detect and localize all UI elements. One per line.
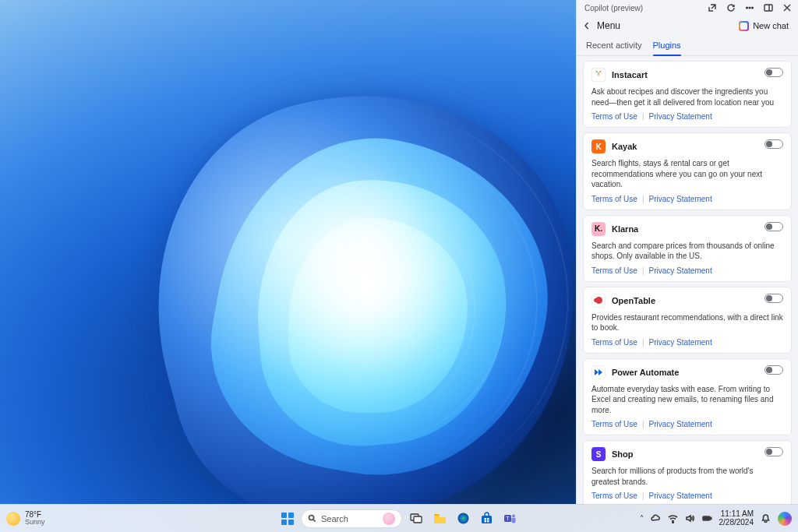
taskbar-clock[interactable]: 11:11 AM 2/28/2024 [719,510,754,527]
terms-link[interactable]: Terms of Use [591,338,637,347]
plugin-card-instacart: Instacart Ask about recipes and discover… [583,61,792,128]
kayak-icon: K [591,139,606,153]
plugin-toggle[interactable] [764,365,783,375]
plugin-name: OpenTable [612,296,655,305]
terms-link[interactable]: Terms of Use [591,195,637,203]
terms-link[interactable]: Terms of Use [591,112,637,121]
start-button[interactable] [279,510,296,527]
taskview-button[interactable] [407,509,425,528]
refresh-icon[interactable] [726,3,736,12]
battery-icon[interactable] [702,513,712,523]
panel-tabs: Recent activity Plugins [577,36,798,56]
store-button[interactable] [477,509,496,528]
plugin-toggle[interactable] [764,68,783,77]
new-chat-label: New chat [753,21,789,30]
plugin-desc: Search for millions of products from the… [591,466,783,487]
open-external-icon[interactable] [708,3,717,12]
tab-recent-activity[interactable]: Recent activity [586,36,642,55]
privacy-link[interactable]: Privacy Statement [649,266,712,275]
plugin-desc: Provides restaurant recommendations, wit… [591,312,783,333]
svg-rect-12 [487,520,489,523]
shop-icon: S [591,447,606,461]
plugin-toggle[interactable] [764,294,783,303]
svg-rect-9 [484,518,486,520]
svg-text:T: T [506,516,510,521]
clock-date: 2/28/2024 [719,519,754,527]
svg-rect-6 [414,516,422,523]
plugin-list[interactable]: Instacart Ask about recipes and discover… [577,56,798,504]
plugin-card-power-automate: Power Automate Automate everyday tasks w… [583,358,792,436]
plugin-card-kayak: K Kayak Search flights, stays & rental c… [583,132,792,210]
copilot-panel: Copilot (preview) Menu New chat Recent a… [576,0,798,504]
plugin-desc: Search flights, stays & rental cars or g… [591,158,783,190]
plugin-name: Kayak [612,142,637,151]
plugin-toggle[interactable] [764,447,783,456]
terms-link[interactable]: Terms of Use [591,491,637,500]
opentable-icon [591,294,606,308]
svg-point-0 [747,7,748,9]
copilot-taskbar-icon[interactable] [778,512,792,526]
weather-widget: 78°F Sunny [25,511,45,526]
terms-link[interactable]: Terms of Use [591,266,637,275]
panel-title: Copilot (preview) [584,4,643,12]
explorer-button[interactable] [430,509,449,528]
back-to-menu-button[interactable]: Menu [583,20,620,31]
plugin-name: Klarna [612,224,638,234]
plugin-name: Power Automate [612,368,679,377]
search-placeholder: Search [321,514,348,523]
tray-overflow-icon[interactable]: ˄ [640,514,644,523]
tab-plugins[interactable]: Plugins [653,36,681,55]
plugin-name: Instacart [612,70,648,79]
notifications-icon[interactable] [761,513,771,523]
plugin-toggle[interactable] [764,139,783,149]
weather-condition: Sunny [25,519,45,526]
plugin-desc: Ask about recipes and discover the ingre… [591,86,783,107]
search-highlight-icon [383,513,395,525]
weather-icon [6,512,20,526]
new-chat-icon [739,21,749,31]
privacy-link[interactable]: Privacy Statement [649,491,712,500]
svg-point-1 [749,7,750,9]
desktop: Copilot (preview) Menu New chat Recent a… [0,0,798,532]
wifi-icon[interactable] [668,513,678,523]
privacy-link[interactable]: Privacy Statement [649,112,712,121]
new-chat-button[interactable]: New chat [739,21,789,31]
taskbar-search[interactable]: Search [301,509,402,528]
volume-icon[interactable] [685,513,695,523]
onedrive-icon[interactable] [651,513,661,523]
privacy-link[interactable]: Privacy Statement [649,420,712,428]
svg-point-16 [672,522,673,523]
edge-button[interactable] [454,509,472,528]
taskbar-right: ˄ 11:11 AM 2/28/2024 [640,510,793,527]
plugin-card-shop: S Shop Search for millions of products f… [583,440,792,504]
plugin-desc: Search and compare prices from thousands… [591,241,783,262]
taskbar-left[interactable]: 78°F Sunny [6,511,45,526]
teams-button[interactable]: T [500,509,519,528]
menu-label: Menu [597,20,620,31]
svg-rect-8 [482,516,492,523]
taskbar-center: Search T [279,509,519,528]
instacart-icon [591,68,606,82]
plugin-toggle[interactable] [764,222,783,231]
privacy-link[interactable]: Privacy Statement [649,195,712,203]
svg-point-4 [309,516,314,520]
terms-link[interactable]: Terms of Use [591,420,637,428]
svg-rect-19 [704,517,709,520]
plugin-desc: Automate everyday tasks with ease. From … [591,384,783,416]
power-automate-icon [591,365,606,379]
svg-rect-11 [484,520,486,523]
wallpaper-bloom [0,0,577,506]
svg-rect-18 [710,518,711,520]
klarna-icon: K. [591,222,606,236]
svg-rect-3 [764,5,772,11]
search-icon [308,514,316,523]
plugin-name: Shop [612,449,634,459]
chevron-left-icon [583,22,591,30]
dock-icon[interactable] [764,3,773,12]
svg-point-2 [752,7,754,9]
more-icon[interactable] [745,3,754,12]
privacy-link[interactable]: Privacy Statement [649,338,712,347]
close-icon[interactable] [782,3,792,12]
panel-header: Copilot (preview) [577,0,798,14]
plugin-card-klarna: K. Klarna Search and compare prices from… [583,215,792,282]
